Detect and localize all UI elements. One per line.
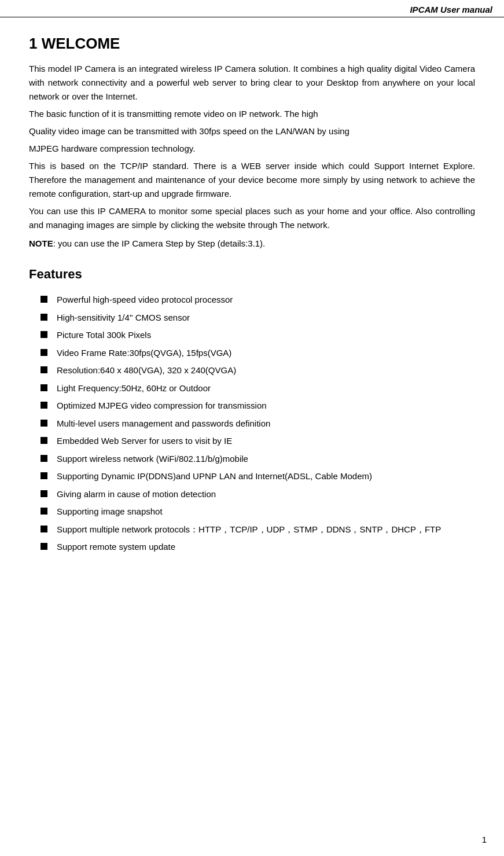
feature-text: High-sensitivity 1/4'' CMOS sensor [57, 311, 475, 325]
bullet-icon [41, 349, 47, 356]
list-item: Giving alarm in cause of motion detectio… [41, 488, 475, 501]
list-item: Picture Total 300k Pixels [41, 329, 475, 342]
feature-text: Multi-level users management and passwor… [57, 417, 475, 431]
intro-para-4: MJPEG hardware compression technology. [29, 142, 475, 156]
page-header: IPCAM User manual [0, 0, 504, 17]
bullet-icon [41, 402, 47, 409]
bullet-icon [41, 420, 47, 427]
feature-text: Supporting Dynamic IP(DDNS)and UPNP LAN … [57, 470, 475, 483]
page-number: 1 [482, 835, 487, 844]
bullet-icon [41, 296, 47, 303]
list-item: Powerful high-speed video protocol proce… [41, 293, 475, 307]
feature-text: Resolution:640 x 480(VGA), 320 x 240(QVG… [57, 364, 475, 377]
feature-text: Giving alarm in cause of motion detectio… [57, 488, 475, 501]
page-title: 1 WELCOME [29, 35, 475, 53]
bullet-icon [41, 314, 47, 321]
feature-text: Optimized MJPEG video compression for tr… [57, 399, 475, 413]
list-item: Supporting image snapshot [41, 505, 475, 519]
note-content: : you can use the IP Camera Step by Step… [53, 238, 266, 248]
bullet-icon [41, 526, 47, 532]
list-item: Support wireless network (WiFi/802.11/b/… [41, 453, 475, 466]
bullet-icon [41, 490, 47, 497]
bullet-icon [41, 331, 47, 338]
list-item: Supporting Dynamic IP(DDNS)and UPNP LAN … [41, 470, 475, 483]
feature-text: Supporting image snapshot [57, 505, 475, 519]
list-item: Multi-level users management and passwor… [41, 417, 475, 431]
intro-para-5: This is based on the TCP/IP standard. Th… [29, 159, 475, 201]
feature-text: Picture Total 300k Pixels [57, 329, 475, 342]
header-title: IPCAM User manual [410, 5, 492, 14]
intro-block: This model IP Camera is an integrated wi… [29, 62, 475, 232]
bullet-icon [41, 543, 47, 550]
bullet-icon [41, 455, 47, 462]
page-content: 1 WELCOME This model IP Camera is an int… [0, 17, 504, 593]
list-item: Embedded Web Server for users to visit b… [41, 435, 475, 448]
list-item: Video Frame Rate:30fps(QVGA), 15fps(VGA) [41, 347, 475, 360]
list-item: High-sensitivity 1/4'' CMOS sensor [41, 311, 475, 325]
bullet-icon [41, 472, 47, 479]
feature-text: Light Frequency:50Hz, 60Hz or Outdoor [57, 382, 475, 395]
list-item: Support remote system update [41, 541, 475, 554]
features-section-title: Features [29, 267, 475, 282]
features-list: Powerful high-speed video protocol proce… [29, 293, 475, 554]
feature-text: Support multiple network protocols：HTTP，… [57, 523, 475, 537]
intro-para-2: The basic function of it is transmitting… [29, 107, 475, 121]
feature-text: Support remote system update [57, 541, 475, 554]
note-paragraph: NOTE: you can use the IP Camera Step by … [29, 237, 475, 251]
note-bold-label: NOTE [29, 238, 53, 248]
list-item: Optimized MJPEG video compression for tr… [41, 399, 475, 413]
list-item: Support multiple network protocols：HTTP，… [41, 523, 475, 537]
feature-text: Support wireless network (WiFi/802.11/b/… [57, 453, 475, 466]
bullet-icon [41, 508, 47, 515]
intro-para-6: You can use this IP CAMERA to monitor so… [29, 204, 475, 232]
bullet-icon [41, 384, 47, 391]
bullet-icon [41, 366, 47, 373]
intro-para-3: Quality video image can be transmitted w… [29, 124, 475, 138]
feature-text: Powerful high-speed video protocol proce… [57, 293, 475, 307]
intro-para-1: This model IP Camera is an integrated wi… [29, 62, 475, 104]
feature-text: Video Frame Rate:30fps(QVGA), 15fps(VGA) [57, 347, 475, 360]
list-item: Resolution:640 x 480(VGA), 320 x 240(QVG… [41, 364, 475, 377]
list-item: Light Frequency:50Hz, 60Hz or Outdoor [41, 382, 475, 395]
feature-text: Embedded Web Server for users to visit b… [57, 435, 475, 448]
bullet-icon [41, 437, 47, 444]
